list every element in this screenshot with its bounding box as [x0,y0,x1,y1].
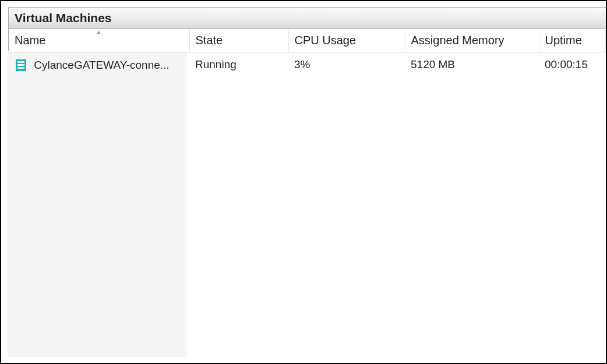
cell-uptime: 00:00:15 [539,52,606,358]
column-header-memory-label: Assigned Memory [411,34,504,47]
vm-table: ▴ Name State CPU Usage Assigned Memory [9,29,606,357]
svg-rect-1 [17,61,24,63]
table-container: ▴ Name State CPU Usage Assigned Memory [8,29,606,357]
cell-cpu: 3% [288,52,405,358]
vm-icon [16,59,26,71]
cell-name: CylanceGATEWAY-conne... [9,52,189,358]
vm-name: CylanceGATEWAY-conne... [34,59,169,71]
panel-title: Virtual Machines [8,7,606,29]
svg-rect-3 [17,67,24,69]
column-header-name[interactable]: ▴ Name [9,29,189,52]
virtual-machines-panel: Virtual Machines ▴ Name State [8,7,606,357]
svg-rect-2 [17,64,24,66]
table-header-row: ▴ Name State CPU Usage Assigned Memory [9,29,606,52]
column-header-state-label: State [196,34,223,47]
column-header-memory[interactable]: Assigned Memory [405,29,539,52]
sort-ascending-icon: ▴ [97,29,100,35]
column-header-uptime-label: Uptime [545,34,582,47]
column-header-cpu-label: CPU Usage [295,34,357,47]
column-header-name-label: Name [15,34,45,47]
cell-state: Running [189,52,288,358]
cell-memory: 5120 MB [405,52,539,358]
column-header-cpu[interactable]: CPU Usage [288,29,405,52]
table-row[interactable]: CylanceGATEWAY-conne... Running 3% 5120 … [9,52,606,358]
column-header-state[interactable]: State [189,29,288,52]
column-header-uptime[interactable]: Uptime [539,29,606,52]
window-frame: Virtual Machines ▴ Name State [0,0,607,364]
